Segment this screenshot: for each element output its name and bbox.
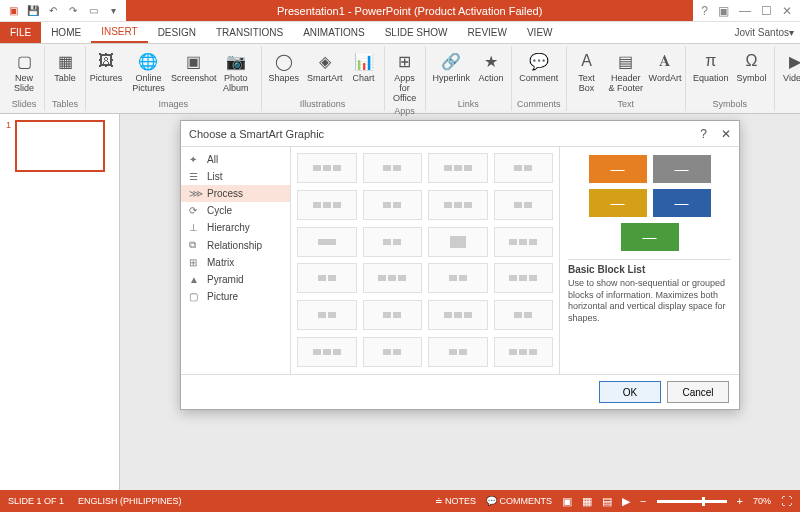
gallery-item[interactable] bbox=[494, 263, 554, 293]
apps-button[interactable]: ⊞Apps for Office bbox=[390, 48, 420, 106]
chart-button[interactable]: 📊Chart bbox=[349, 48, 379, 86]
header-footer-button[interactable]: ▤Header & Footer bbox=[606, 48, 646, 96]
table-button[interactable]: ▦Table bbox=[50, 48, 80, 86]
tab-file[interactable]: FILE bbox=[0, 22, 41, 43]
tab-design[interactable]: DESIGN bbox=[148, 22, 206, 43]
gallery-item[interactable] bbox=[428, 300, 488, 330]
sorter-view-icon[interactable]: ▦ bbox=[582, 495, 592, 508]
cancel-button[interactable]: Cancel bbox=[667, 381, 729, 403]
window-title: Presentation1 - PowerPoint (Product Acti… bbox=[126, 0, 693, 21]
tab-view[interactable]: VIEW bbox=[517, 22, 563, 43]
gallery-item[interactable] bbox=[297, 227, 357, 257]
tab-home[interactable]: HOME bbox=[41, 22, 91, 43]
pictures-button[interactable]: 🖼Pictures bbox=[91, 48, 121, 86]
category-all[interactable]: ✦All bbox=[181, 151, 290, 168]
online-pictures-button[interactable]: 🌐Online Pictures bbox=[125, 48, 172, 96]
category-picture[interactable]: ▢Picture bbox=[181, 288, 290, 305]
gallery-item[interactable] bbox=[494, 190, 554, 220]
gallery-item[interactable] bbox=[297, 190, 357, 220]
undo-icon[interactable]: ↶ bbox=[46, 4, 60, 18]
ribbon-opts-icon[interactable]: ▣ bbox=[718, 4, 729, 18]
tab-insert[interactable]: INSERT bbox=[91, 22, 148, 43]
gallery-item[interactable] bbox=[494, 300, 554, 330]
gallery-item[interactable] bbox=[363, 153, 423, 183]
gallery-item[interactable] bbox=[297, 337, 357, 367]
window-controls: ? ▣ — ☐ ✕ bbox=[693, 4, 800, 18]
gallery-item[interactable] bbox=[297, 153, 357, 183]
gallery-item[interactable] bbox=[428, 153, 488, 183]
slideshow-view-icon[interactable]: ▶ bbox=[622, 495, 630, 508]
zoom-out-icon[interactable]: − bbox=[640, 495, 646, 507]
dialog-title: Choose a SmartArt Graphic bbox=[189, 128, 324, 140]
wordart-button[interactable]: 𝐀WordArt bbox=[650, 48, 680, 86]
language-indicator[interactable]: ENGLISH (PHILIPPINES) bbox=[78, 496, 182, 506]
notes-button[interactable]: ≐ NOTES bbox=[435, 496, 477, 506]
category-pyramid[interactable]: ▲Pyramid bbox=[181, 271, 290, 288]
gallery-item[interactable] bbox=[363, 263, 423, 293]
symbol-button[interactable]: ΩSymbol bbox=[735, 48, 769, 86]
new-slide-button[interactable]: ▢New Slide bbox=[9, 48, 39, 96]
gallery-item[interactable] bbox=[428, 263, 488, 293]
category-process[interactable]: ⋙Process bbox=[181, 185, 290, 202]
redo-icon[interactable]: ↷ bbox=[66, 4, 80, 18]
maximize-icon[interactable]: ☐ bbox=[761, 4, 772, 18]
category-list: ✦All ☰List ⋙Process ⟳Cycle ⊥Hierarchy ⧉R… bbox=[181, 147, 291, 374]
video-button[interactable]: ▶Video bbox=[780, 48, 800, 86]
smartart-button[interactable]: ◈SmartArt bbox=[305, 48, 345, 86]
dialog-close-icon[interactable]: ✕ bbox=[721, 127, 731, 141]
workspace: 1 Choose a SmartArt Graphic ? ✕ ✦All ☰Li… bbox=[0, 114, 800, 490]
tab-review[interactable]: REVIEW bbox=[457, 22, 516, 43]
dialog-help-icon[interactable]: ? bbox=[700, 127, 707, 141]
tab-animations[interactable]: ANIMATIONS bbox=[293, 22, 374, 43]
slide-canvas: Choose a SmartArt Graphic ? ✕ ✦All ☰List… bbox=[120, 114, 800, 490]
minimize-icon[interactable]: — bbox=[739, 4, 751, 18]
gallery-item[interactable] bbox=[428, 227, 488, 257]
slide-panel: 1 bbox=[0, 114, 120, 490]
reading-view-icon[interactable]: ▤ bbox=[602, 495, 612, 508]
category-hierarchy[interactable]: ⊥Hierarchy bbox=[181, 219, 290, 236]
zoom-slider[interactable] bbox=[657, 500, 727, 503]
tab-slideshow[interactable]: SLIDE SHOW bbox=[375, 22, 458, 43]
start-icon[interactable]: ▭ bbox=[86, 4, 100, 18]
zoom-in-icon[interactable]: + bbox=[737, 495, 743, 507]
user-menu[interactable]: Jovit Santos ▾ bbox=[735, 22, 794, 43]
gallery-item[interactable] bbox=[297, 300, 357, 330]
gallery-item[interactable] bbox=[494, 227, 554, 257]
gallery-item[interactable] bbox=[297, 263, 357, 293]
gallery-item[interactable] bbox=[363, 300, 423, 330]
tab-transitions[interactable]: TRANSITIONS bbox=[206, 22, 293, 43]
preview-description: Use to show non-sequential or grouped bl… bbox=[568, 278, 731, 325]
gallery-item[interactable] bbox=[363, 337, 423, 367]
help-icon[interactable]: ? bbox=[701, 4, 708, 18]
comments-button[interactable]: 💬 COMMENTS bbox=[486, 496, 552, 506]
save-icon[interactable]: 💾 bbox=[26, 4, 40, 18]
textbox-button[interactable]: AText Box bbox=[572, 48, 602, 96]
normal-view-icon[interactable]: ▣ bbox=[562, 495, 572, 508]
gallery-item[interactable] bbox=[428, 337, 488, 367]
smartart-dialog: Choose a SmartArt Graphic ? ✕ ✦All ☰List… bbox=[180, 120, 740, 410]
category-list-item[interactable]: ☰List bbox=[181, 168, 290, 185]
photo-album-button[interactable]: 📷Photo Album bbox=[216, 48, 256, 96]
category-relationship[interactable]: ⧉Relationship bbox=[181, 236, 290, 254]
qat-more-icon[interactable]: ▾ bbox=[106, 4, 120, 18]
screenshot-button[interactable]: ▣Screenshot bbox=[176, 48, 212, 86]
equation-button[interactable]: πEquation bbox=[691, 48, 731, 86]
close-icon[interactable]: ✕ bbox=[782, 4, 792, 18]
gallery-item[interactable] bbox=[363, 227, 423, 257]
comment-button[interactable]: 💬Comment bbox=[517, 48, 560, 86]
gallery-item[interactable] bbox=[494, 153, 554, 183]
zoom-level[interactable]: 70% bbox=[753, 496, 771, 506]
preview-block: — bbox=[589, 189, 647, 217]
shapes-button[interactable]: ◯Shapes bbox=[267, 48, 302, 86]
category-matrix[interactable]: ⊞Matrix bbox=[181, 254, 290, 271]
slide-thumbnail[interactable]: 1 bbox=[6, 120, 113, 172]
hyperlink-button[interactable]: 🔗Hyperlink bbox=[431, 48, 473, 86]
gallery-item[interactable] bbox=[363, 190, 423, 220]
action-button[interactable]: ★Action bbox=[476, 48, 506, 86]
fit-window-icon[interactable]: ⛶ bbox=[781, 495, 792, 507]
ok-button[interactable]: OK bbox=[599, 381, 661, 403]
gallery-item[interactable] bbox=[494, 337, 554, 367]
slide-indicator[interactable]: SLIDE 1 OF 1 bbox=[8, 496, 64, 506]
gallery-item[interactable] bbox=[428, 190, 488, 220]
category-cycle[interactable]: ⟳Cycle bbox=[181, 202, 290, 219]
